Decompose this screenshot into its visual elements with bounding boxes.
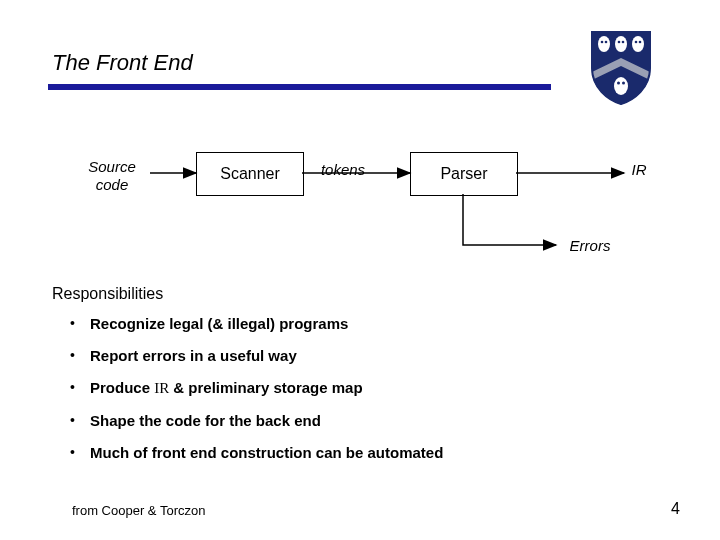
svg-point-10 [617,82,620,85]
svg-point-8 [639,41,642,44]
bullet-icon: • [70,348,90,363]
list-item-text: Much of front end construction can be au… [90,445,443,460]
diagram-box-scanner: Scanner [196,152,304,196]
crest-shield-icon [590,28,652,106]
list-item-text: Produce IR & preliminary storage map [90,380,363,396]
svg-point-5 [618,41,621,44]
page-number: 4 [671,500,680,518]
list-item: • Report errors in a useful way [70,348,443,363]
list-item: • Recognize legal (& illegal) programs [70,316,443,331]
diagram-label-tokens: tokens [313,161,373,178]
svg-point-2 [632,36,644,52]
responsibilities-list: • Recognize legal (& illegal) programs •… [70,316,443,477]
list-item-text: Shape the code for the back end [90,413,321,428]
bullet-icon: • [70,316,90,331]
list-item: • Produce IR & preliminary storage map [70,380,443,396]
list-item-text: Report errors in a useful way [90,348,297,363]
diagram-label-ir: IR [624,161,654,178]
svg-point-3 [601,41,604,44]
diagram-box-parser: Parser [410,152,518,196]
diagram-label-errors: Errors [560,237,620,254]
title-underline [48,84,551,90]
svg-point-0 [598,36,610,52]
section-heading: Responsibilities [52,285,163,303]
diagram-label-source: Sourcecode [72,158,152,194]
svg-point-11 [622,82,625,85]
list-item-text: Recognize legal (& illegal) programs [90,316,348,331]
bullet-icon: • [70,413,90,428]
svg-point-6 [622,41,625,44]
footer-attribution: from Cooper & Torczon [72,503,205,518]
list-item: • Much of front end construction can be … [70,445,443,460]
bullet-icon: • [70,445,90,460]
bullet-icon: • [70,380,90,395]
svg-point-9 [614,77,628,95]
list-item: • Shape the code for the back end [70,413,443,428]
page-title: The Front End [52,50,193,76]
svg-point-4 [605,41,608,44]
svg-point-7 [635,41,638,44]
svg-point-1 [615,36,627,52]
